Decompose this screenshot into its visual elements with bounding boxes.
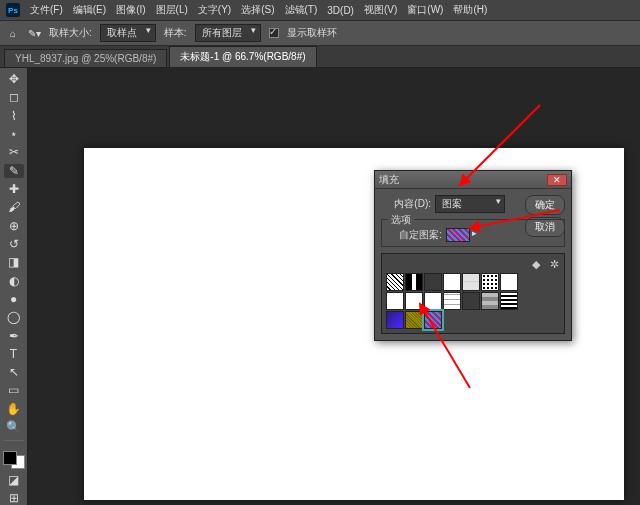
pattern-item[interactable]	[386, 273, 404, 291]
pattern-item[interactable]	[424, 273, 442, 291]
zoom-tool[interactable]: 🔍	[4, 420, 24, 434]
pattern-item[interactable]	[481, 273, 499, 291]
pattern-item[interactable]	[386, 292, 404, 310]
dialog-title: 填充	[379, 173, 399, 187]
pattern-item[interactable]	[443, 273, 461, 291]
menu-image[interactable]: 图像(I)	[116, 3, 145, 17]
pattern-item[interactable]	[405, 273, 423, 291]
options-bar: ⌂ ✎▾ 取样大小: 取样点 样本: 所有图层 显示取样环	[0, 20, 640, 46]
fill-dialog: 填充 ✕ 确定 取消 内容(D): 图案 选项 自定图案: ◆ ✲	[374, 170, 572, 341]
shape-tool[interactable]: ▭	[4, 383, 24, 397]
marquee-tool[interactable]: ◻	[4, 90, 24, 104]
lasso-tool[interactable]: ⌇	[4, 109, 24, 123]
options-legend: 选项	[388, 213, 414, 227]
pattern-item[interactable]	[462, 273, 480, 291]
pattern-item[interactable]	[405, 311, 423, 329]
close-icon[interactable]: ✕	[547, 174, 567, 186]
gradient-tool[interactable]: ◐	[4, 273, 24, 287]
home-icon[interactable]: ⌂	[6, 26, 20, 40]
content-label: 内容(D):	[381, 197, 431, 211]
pattern-item-selected[interactable]	[424, 311, 442, 329]
sample-size-dropdown[interactable]: 取样点	[100, 24, 156, 42]
pattern-item[interactable]	[500, 273, 518, 291]
sample-label: 样本:	[164, 26, 187, 40]
new-pattern-icon[interactable]: ◆	[530, 258, 542, 270]
tab-doc-2[interactable]: 未标题-1 @ 66.7%(RGB/8#)	[169, 46, 316, 67]
show-ring-label: 显示取样环	[287, 26, 337, 40]
sample-size-label: 取样大小:	[49, 26, 92, 40]
content-dropdown[interactable]: 图案	[435, 195, 505, 213]
sample-dropdown[interactable]: 所有图层	[195, 24, 261, 42]
brush-tool[interactable]: 🖌	[4, 200, 24, 214]
pattern-item[interactable]	[462, 292, 480, 310]
stamp-tool[interactable]: ⊕	[4, 219, 24, 233]
menu-view[interactable]: 视图(V)	[364, 3, 397, 17]
eraser-tool[interactable]: ◨	[4, 255, 24, 269]
pattern-grid	[386, 273, 560, 329]
color-swatches[interactable]	[3, 451, 25, 468]
pattern-picker: ◆ ✲	[381, 253, 565, 334]
menu-layer[interactable]: 图层(L)	[156, 3, 188, 17]
pen-tool[interactable]: ✒	[4, 328, 24, 342]
foreground-color[interactable]	[3, 451, 17, 465]
options-group: 选项 自定图案:	[381, 219, 565, 247]
menu-window[interactable]: 窗口(W)	[407, 3, 443, 17]
crop-tool[interactable]: ✂	[4, 145, 24, 159]
pattern-swatch-dropdown[interactable]	[446, 228, 470, 242]
app-logo: Ps	[6, 3, 20, 17]
eyedropper-icon: ✎▾	[28, 28, 41, 39]
pattern-item[interactable]	[443, 292, 461, 310]
separator	[4, 440, 24, 441]
custom-pattern-label: 自定图案:	[386, 228, 442, 242]
menu-filter[interactable]: 滤镜(T)	[285, 3, 318, 17]
menu-select[interactable]: 选择(S)	[241, 3, 274, 17]
tab-doc-1[interactable]: YHL_8937.jpg @ 25%(RGB/8#)	[4, 49, 167, 67]
dialog-titlebar[interactable]: 填充 ✕	[375, 171, 571, 189]
gear-icon[interactable]: ✲	[548, 258, 560, 270]
path-tool[interactable]: ↖	[4, 365, 24, 379]
pattern-item[interactable]	[405, 292, 423, 310]
dodge-tool[interactable]: ◯	[4, 310, 24, 324]
menu-bar: Ps 文件(F) 编辑(E) 图像(I) 图层(L) 文字(Y) 选择(S) 滤…	[0, 0, 640, 20]
pattern-item[interactable]	[500, 292, 518, 310]
pattern-item[interactable]	[386, 311, 404, 329]
screen-mode[interactable]: ⊞	[4, 491, 24, 505]
mask-mode[interactable]: ◪	[4, 473, 24, 487]
eyedropper-tool[interactable]: ✎	[4, 164, 24, 178]
menu-edit[interactable]: 编辑(E)	[73, 3, 106, 17]
pattern-item[interactable]	[424, 292, 442, 310]
wand-tool[interactable]: ⋆	[4, 127, 24, 141]
menu-help[interactable]: 帮助(H)	[453, 3, 487, 17]
move-tool[interactable]: ✥	[4, 72, 24, 86]
type-tool[interactable]: T	[4, 347, 24, 361]
document-tabs: YHL_8937.jpg @ 25%(RGB/8#) 未标题-1 @ 66.7%…	[0, 46, 640, 68]
hand-tool[interactable]: ✋	[4, 402, 24, 416]
menu-3d[interactable]: 3D(D)	[327, 5, 354, 16]
ok-button[interactable]: 确定	[525, 195, 565, 215]
show-ring-checkbox[interactable]	[269, 28, 279, 38]
tools-panel: ✥ ◻ ⌇ ⋆ ✂ ✎ ✚ 🖌 ⊕ ↺ ◨ ◐ ● ◯ ✒ T ↖ ▭ ✋ 🔍 …	[0, 68, 28, 505]
pattern-item[interactable]	[481, 292, 499, 310]
history-tool[interactable]: ↺	[4, 237, 24, 251]
menu-type[interactable]: 文字(Y)	[198, 3, 231, 17]
menu-file[interactable]: 文件(F)	[30, 3, 63, 17]
blur-tool[interactable]: ●	[4, 292, 24, 306]
heal-tool[interactable]: ✚	[4, 182, 24, 196]
